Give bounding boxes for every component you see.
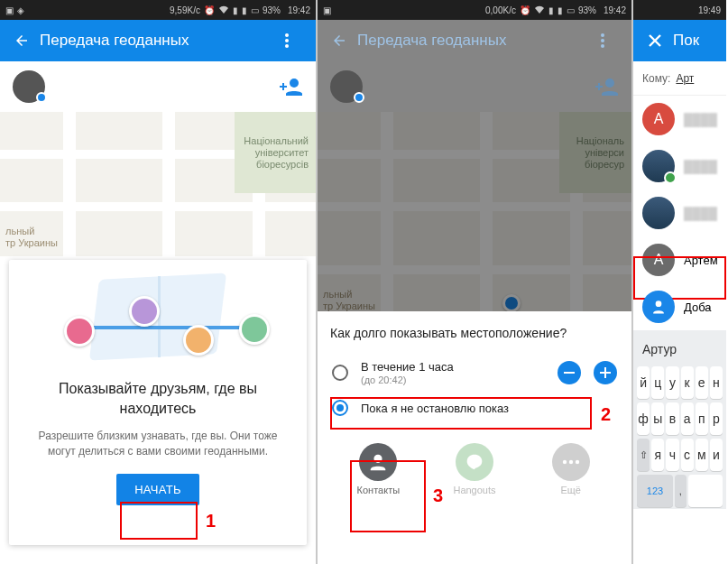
battery-percent: 93% bbox=[578, 5, 596, 15]
space-key[interactable] bbox=[688, 475, 723, 507]
key[interactable]: ф bbox=[637, 402, 650, 435]
decrease-button[interactable] bbox=[558, 361, 581, 384]
svg-point-2 bbox=[285, 44, 289, 48]
overflow-menu-icon[interactable] bbox=[601, 33, 622, 48]
status-time: 19:42 bbox=[288, 5, 310, 15]
shift-key[interactable]: ⇧ bbox=[637, 439, 650, 471]
key[interactable]: р bbox=[710, 402, 723, 435]
battery-icon: ▭ bbox=[251, 5, 259, 15]
contact-item[interactable]: А ████ bbox=[633, 96, 726, 143]
battery-icon: ▭ bbox=[567, 5, 575, 15]
contact-avatar: А bbox=[642, 103, 675, 135]
location-pin-icon bbox=[502, 294, 521, 312]
back-button[interactable] bbox=[9, 28, 34, 53]
key[interactable]: с bbox=[681, 439, 694, 471]
svg-point-15 bbox=[656, 300, 662, 307]
overflow-menu-icon[interactable] bbox=[285, 33, 307, 48]
page-title: Пок bbox=[673, 32, 717, 50]
annotation-number: 2 bbox=[601, 404, 611, 425]
contact-item[interactable]: ████ bbox=[633, 143, 726, 190]
key[interactable]: п bbox=[696, 402, 708, 435]
key[interactable]: ы bbox=[651, 402, 664, 435]
option-sublabel: (до 20:42) bbox=[361, 374, 545, 385]
key[interactable]: ц bbox=[651, 366, 664, 399]
key[interactable]: я bbox=[651, 439, 664, 471]
svg-point-4 bbox=[601, 33, 604, 37]
close-button[interactable] bbox=[642, 28, 668, 53]
add-contact-icon bbox=[642, 291, 675, 323]
map-label: Національ універси біоресур bbox=[576, 135, 624, 171]
alarm-icon: ⏰ bbox=[520, 5, 530, 15]
numeric-key[interactable]: 123 bbox=[637, 475, 673, 507]
key[interactable]: к bbox=[681, 366, 694, 399]
signal-icon: ▮ bbox=[558, 5, 563, 15]
annotation-number: 1 bbox=[206, 511, 216, 532]
increase-button[interactable] bbox=[594, 361, 617, 384]
maps-badge-icon bbox=[664, 171, 677, 184]
wifi-icon bbox=[534, 5, 545, 14]
keyboard[interactable]: Артур й ц у к е н ф ы в а п р ⇧ я ч с bbox=[633, 330, 726, 509]
status-time: 19:42 bbox=[604, 5, 626, 15]
key[interactable]: и bbox=[710, 439, 723, 471]
notification-icon: ▣ bbox=[5, 5, 14, 15]
comma-key[interactable]: , bbox=[675, 475, 687, 507]
share-hangouts[interactable]: Hangouts bbox=[438, 443, 511, 495]
add-person-icon[interactable] bbox=[280, 78, 303, 96]
page-title: Передача геоданных bbox=[40, 32, 285, 50]
svg-point-5 bbox=[601, 39, 604, 42]
map[interactable]: Національний університет біоресурсів льн… bbox=[0, 112, 316, 256]
app-bar: Передача геоданных bbox=[0, 20, 316, 61]
radio-unselected-icon[interactable] bbox=[332, 365, 348, 381]
svg-point-14 bbox=[575, 460, 578, 464]
annotation-box bbox=[350, 460, 426, 532]
svg-point-6 bbox=[601, 44, 604, 48]
key[interactable]: е bbox=[696, 366, 708, 399]
notification-icon: ▣ bbox=[323, 5, 331, 15]
sheet-title: Как долго показывать местоположение? bbox=[330, 326, 619, 340]
map[interactable]: Національ універси біоресур льный тр Укр… bbox=[318, 112, 631, 319]
key[interactable]: м bbox=[696, 439, 708, 471]
network-speed: 0,00K/c bbox=[485, 5, 516, 15]
keyboard-suggestion[interactable]: Артур bbox=[633, 334, 726, 365]
contact-name: ████ bbox=[684, 207, 717, 220]
contact-name: ████ bbox=[684, 113, 717, 126]
back-button[interactable] bbox=[327, 28, 352, 53]
key[interactable]: а bbox=[681, 402, 694, 435]
signal-icon: ▮ bbox=[233, 5, 238, 15]
add-person-icon[interactable] bbox=[595, 78, 619, 96]
user-avatar[interactable] bbox=[13, 70, 45, 103]
annotation-number: 3 bbox=[433, 485, 443, 506]
option-label: В течение 1 часа bbox=[361, 360, 545, 374]
to-label: Кому: bbox=[642, 72, 670, 85]
status-bar: ▣ ◈ 9,59K/c ⏰ ▮ ▮ ▭ 93% 19:42 bbox=[0, 0, 316, 20]
recipient-chip[interactable]: Арт bbox=[676, 72, 694, 85]
svg-point-13 bbox=[568, 460, 572, 464]
recipient-field[interactable]: Кому: Арт bbox=[633, 61, 726, 96]
key[interactable]: у bbox=[666, 366, 678, 399]
share-label: Ещё bbox=[560, 485, 581, 495]
annotation-box bbox=[120, 502, 198, 540]
contact-name: ████ bbox=[684, 160, 717, 173]
key[interactable]: н bbox=[710, 366, 723, 399]
map-label: льный тр Украины bbox=[5, 226, 58, 249]
user-avatar[interactable] bbox=[330, 70, 363, 103]
svg-point-3 bbox=[290, 79, 299, 88]
svg-rect-10 bbox=[600, 372, 611, 374]
contact-item[interactable]: ████ bbox=[633, 190, 726, 236]
share-more[interactable]: Ещё bbox=[535, 443, 607, 495]
option-one-hour[interactable]: В течение 1 часа (до 20:42) bbox=[330, 353, 619, 393]
illustration bbox=[59, 276, 257, 366]
screen-3: 19:49 Пок Кому: Арт А ████ ████ ████ А bbox=[633, 0, 726, 564]
key[interactable]: в bbox=[666, 402, 678, 435]
screen-2: ▣ 0,00K/c ⏰ ▮ ▮ ▭ 93% 19:42 Передача гео… bbox=[318, 0, 633, 564]
key[interactable]: й bbox=[637, 366, 650, 399]
screen-1: ▣ ◈ 9,59K/c ⏰ ▮ ▮ ▭ 93% 19:42 Передача г… bbox=[0, 0, 318, 564]
network-speed: 9,59K/c bbox=[170, 5, 200, 15]
share-label: Hangouts bbox=[453, 485, 495, 495]
app-bar: Передача геоданных bbox=[318, 20, 631, 61]
card-title: Показывайте друзьям, где вы находитесь bbox=[25, 379, 290, 418]
start-button[interactable]: НАЧАТЬ bbox=[116, 474, 199, 505]
svg-point-0 bbox=[285, 33, 289, 37]
map-label: Національний університет біоресурсів bbox=[244, 135, 309, 171]
key[interactable]: ч bbox=[666, 439, 678, 471]
